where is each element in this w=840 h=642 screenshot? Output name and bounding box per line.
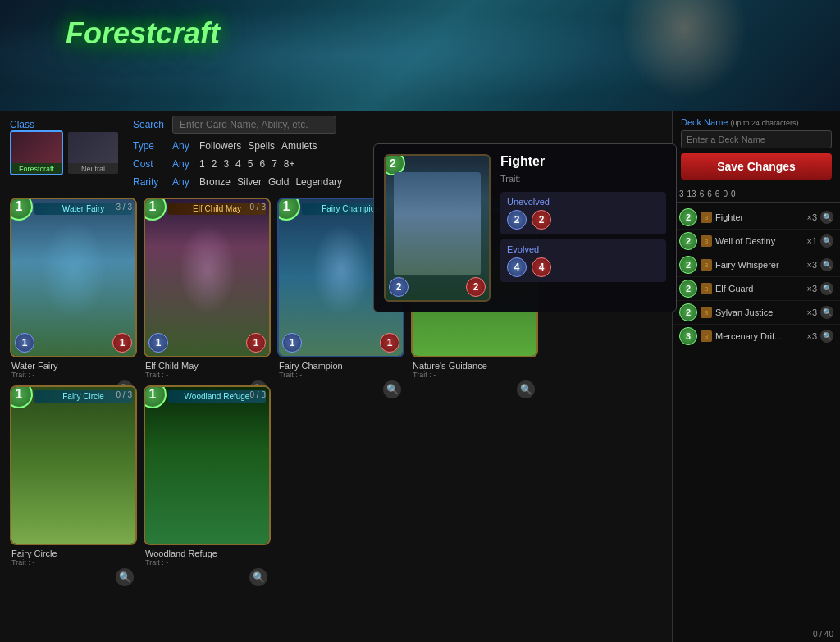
card-fairy-champion-atk: 1 xyxy=(282,333,302,353)
fighter-art-body xyxy=(394,172,481,275)
save-button[interactable]: Save Changes xyxy=(681,153,832,180)
card-fairy-circle[interactable]: 1 0 / 3 Fairy Circle Fairy Circle Trait … xyxy=(10,385,137,567)
cost-7[interactable]: 7 xyxy=(272,158,277,170)
deck-well-count: ×1 xyxy=(806,236,817,246)
fighter-evolved-stats: 4 4 xyxy=(507,257,660,277)
cost-label: Cost xyxy=(133,158,166,170)
cost-6[interactable]: 6 xyxy=(259,158,265,170)
card-woodland-refuge-frame: 1 0 / 3 Woodland Refuge xyxy=(144,385,271,545)
card-elf-child-may-count: 0 / 3 xyxy=(250,203,266,212)
deck-sylvan-cost: 2 xyxy=(679,303,697,321)
card-fairy-champion-stats: 1 1 xyxy=(282,333,399,353)
cost-3[interactable]: 3 xyxy=(223,158,229,170)
deck-sylvan-count: ×3 xyxy=(806,307,817,317)
deck-header: Deck Name (up to 24 characters) Save Cha… xyxy=(673,111,840,186)
card-fairy-champion-trait: Trait : - xyxy=(279,371,404,379)
cost-5[interactable]: 5 xyxy=(248,158,253,170)
fighter-unevolved-label: Unevolved xyxy=(507,197,660,207)
rarity-bronze[interactable]: Bronze xyxy=(199,176,231,188)
rarity-legendary[interactable]: Legendary xyxy=(295,176,342,188)
card-fairy-champion-search-icon[interactable]: 🔍 xyxy=(383,380,401,398)
rarity-options: Bronze Silver Gold Legendary xyxy=(199,176,342,188)
deck-elf-guard-search-icon[interactable]: 🔍 xyxy=(820,282,833,295)
rarity-label: Rarity xyxy=(133,176,166,188)
deck-item-sylvan[interactable]: 2 B Sylvan Justice ×3 🔍 xyxy=(673,301,840,325)
fighter-evolved-def: 4 xyxy=(532,257,551,277)
type-spells[interactable]: Spells xyxy=(248,140,275,152)
deck-stats: 3 13 6 6 6 0 0 xyxy=(673,186,840,203)
deck-item-well[interactable]: 2 B Well of Destiny ×1 🔍 xyxy=(673,230,840,253)
card-natures-guidance-search-icon[interactable]: 🔍 xyxy=(517,380,535,398)
banner: Forestcraft xyxy=(0,0,840,111)
deck-item-mercenary[interactable]: 3 B Mercenary Drif... ×3 🔍 xyxy=(673,325,840,348)
deck-elf-guard-count: ×3 xyxy=(806,284,817,294)
deck-name-input[interactable] xyxy=(681,130,832,148)
deck-item-elf-guard[interactable]: 2 B Elf Guard ×3 🔍 xyxy=(673,277,840,301)
search-label: Search xyxy=(133,119,166,130)
cost-1[interactable]: 1 xyxy=(199,158,205,170)
rarity-gold[interactable]: Gold xyxy=(268,176,289,188)
deck-fighter-count: ×3 xyxy=(806,212,817,222)
cost-4[interactable]: 4 xyxy=(235,158,241,170)
card-fairy-circle-label: Fairy Circle Trait : - xyxy=(10,549,137,567)
fighter-card-image: 2 2 2 xyxy=(384,154,491,302)
card-woodland-refuge-search-icon[interactable]: 🔍 xyxy=(249,568,267,586)
class-neutral-image xyxy=(68,132,118,163)
rarity-silver[interactable]: Silver xyxy=(237,176,262,188)
cost-2[interactable]: 2 xyxy=(212,158,217,170)
deck-mercenary-name: Mercenary Drif... xyxy=(715,331,803,341)
cost-8plus[interactable]: 8+ xyxy=(284,158,295,170)
card-water-fairy-name: Water Fairy xyxy=(11,361,137,371)
type-any[interactable]: Any xyxy=(172,140,193,152)
card-water-fairy[interactable]: 1 3 / 3 Water Fairy 1 1 Water Fairy Trai… xyxy=(10,198,137,379)
type-options: Followers Spells Amulets xyxy=(199,140,317,152)
banner-character xyxy=(594,0,758,111)
deck-sylvan-search-icon[interactable]: 🔍 xyxy=(820,306,833,319)
type-followers[interactable]: Followers xyxy=(199,140,241,152)
card-fairy-circle-count: 0 / 3 xyxy=(116,390,132,399)
cost-any[interactable]: Any xyxy=(172,158,193,170)
card-elf-child-may-atk: 1 xyxy=(148,333,168,353)
card-fairy-champion-def: 1 xyxy=(380,333,399,353)
deck-sylvan-rarity: B xyxy=(701,307,712,318)
class-neutral[interactable]: Neutral xyxy=(66,130,120,175)
class-section: Class Forestcraft Neutral xyxy=(10,116,120,191)
deck-fighter-search-icon[interactable]: 🔍 xyxy=(820,211,833,224)
fighter-title: Fighter xyxy=(500,154,666,169)
card-woodland-refuge[interactable]: 1 0 / 3 Woodland Refuge Woodland Refuge … xyxy=(144,385,271,567)
deck-fairy-whisperer-search-icon[interactable]: 🔍 xyxy=(820,258,833,271)
fighter-evolved-section: Evolved 4 4 xyxy=(500,239,666,282)
class-neutral-label: Neutral xyxy=(68,163,118,175)
card-fairy-circle-search-icon[interactable]: 🔍 xyxy=(116,568,134,586)
card-fairy-champion-label: Fairy Champion Trait : - xyxy=(277,361,404,379)
card-water-fairy-label: Water Fairy Trait : - xyxy=(10,361,137,379)
stat-0a: 0 xyxy=(723,189,728,198)
fighter-unevolved-atk: 2 xyxy=(507,210,527,230)
search-input[interactable] xyxy=(172,116,336,134)
fighter-trait-label: Trait: - xyxy=(500,174,666,184)
class-forestcraft-label: Forestcraft xyxy=(11,163,62,175)
card-woodland-refuge-art xyxy=(145,387,269,544)
deck-builder-panel: Deck Name (up to 24 characters) Save Cha… xyxy=(672,111,840,642)
deck-sylvan-name: Sylvan Justice xyxy=(715,307,803,317)
deck-well-name: Well of Destiny xyxy=(715,236,803,246)
card-water-fairy-count: 3 / 3 xyxy=(116,203,132,212)
card-woodland-refuge-count: 0 / 3 xyxy=(250,390,266,399)
card-elf-child-may-stats: 1 1 xyxy=(148,333,266,353)
class-forestcraft[interactable]: Forestcraft xyxy=(10,130,63,175)
deck-item-fairy-whisperer[interactable]: 2 B Fairy Whisperer ×3 🔍 xyxy=(673,253,840,277)
type-amulets[interactable]: Amulets xyxy=(281,140,317,152)
deck-mercenary-search-icon[interactable]: 🔍 xyxy=(820,330,833,343)
rarity-any[interactable]: Any xyxy=(172,176,193,188)
card-elf-child-may[interactable]: 1 0 / 3 Elf Child May 1 1 Elf Child May … xyxy=(144,198,271,379)
card-natures-guidance-label: Nature's Guidance Trait : - xyxy=(411,361,538,379)
deck-list: 2 B Fighter ×3 🔍 2 B Well of Destiny ×1 … xyxy=(673,203,840,626)
class-label: Class xyxy=(10,119,110,130)
card-woodland-refuge-label: Woodland Refuge Trait : - xyxy=(144,549,271,567)
deck-fighter-rarity: B xyxy=(701,212,712,223)
deck-well-search-icon[interactable]: 🔍 xyxy=(820,234,833,248)
card-fairy-circle-frame: 1 0 / 3 Fairy Circle xyxy=(10,385,137,545)
deck-item-fighter[interactable]: 2 B Fighter ×3 🔍 xyxy=(673,206,840,230)
class-forestcraft-image xyxy=(11,132,62,163)
fighter-unevolved-section: Unevolved 2 2 xyxy=(500,192,666,234)
